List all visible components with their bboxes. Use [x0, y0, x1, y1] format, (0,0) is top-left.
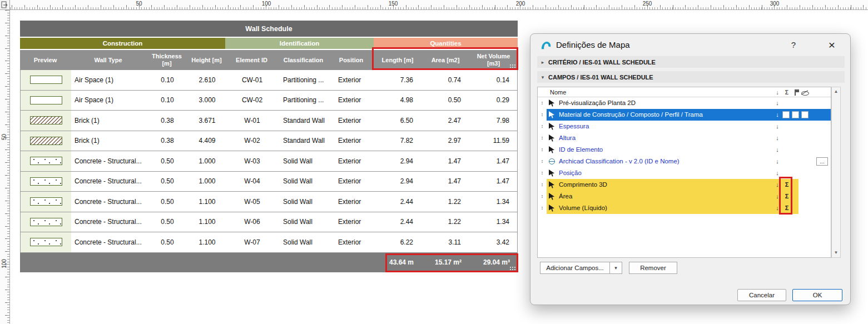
- classification-cell[interactable]: Solid Wall: [279, 212, 329, 232]
- ok-button[interactable]: OK: [792, 289, 842, 301]
- volume-cell[interactable]: 7.98: [470, 111, 518, 131]
- volume-cell[interactable]: 1.34: [470, 212, 518, 232]
- thickness-cell[interactable]: 0.38: [146, 111, 189, 131]
- preview-cell[interactable]: [21, 91, 71, 111]
- wall-type-cell[interactable]: Concrete - Structural...: [71, 172, 146, 192]
- classification-cell[interactable]: Solid Wall: [279, 172, 329, 192]
- sort-arrow-icon[interactable]: ↓: [773, 156, 781, 167]
- position-cell[interactable]: Exterior: [329, 91, 374, 111]
- sort-arrow-icon[interactable]: ↓: [773, 121, 781, 132]
- area-cell[interactable]: 3.11: [422, 232, 470, 252]
- col-header-element-id[interactable]: Element ID: [225, 50, 278, 70]
- length-cell[interactable]: 4.98: [374, 91, 422, 111]
- drag-handle-icon[interactable]: ↕: [538, 97, 547, 109]
- height-cell[interactable]: 1.100: [189, 212, 226, 232]
- element-id-cell[interactable]: W-01: [226, 111, 279, 131]
- preview-cell[interactable]: [21, 212, 71, 232]
- scrollbar[interactable]: ▲ ▼: [831, 87, 841, 258]
- preview-cell[interactable]: [21, 70, 71, 90]
- col-header-position[interactable]: Position: [329, 50, 374, 70]
- field-list-item[interactable]: ↕ Archicad Classification - v 2.0 (ID e …: [538, 156, 831, 167]
- length-cell[interactable]: 7.82: [374, 131, 422, 151]
- element-id-cell[interactable]: CW-01: [226, 70, 279, 90]
- height-cell[interactable]: 1.100: [189, 232, 226, 252]
- area-cell[interactable]: 0.50: [422, 91, 470, 111]
- drag-handle-icon[interactable]: ↕: [538, 202, 547, 214]
- sort-arrow-icon[interactable]: ↓: [773, 109, 781, 121]
- col-header-preview[interactable]: Preview: [20, 50, 71, 70]
- wall-type-cell[interactable]: Concrete - Structural...: [71, 232, 146, 252]
- area-cell[interactable]: 1.47: [422, 172, 470, 192]
- volume-cell[interactable]: 3.42: [470, 232, 518, 252]
- field-list-item[interactable]: ↕ Material de Construção / Composto / Pe…: [538, 109, 831, 121]
- height-cell[interactable]: 4.409: [189, 131, 226, 151]
- sum-sigma-icon[interactable]: Σ: [783, 87, 791, 97]
- area-cell[interactable]: 2.97: [422, 131, 470, 151]
- volume-cell[interactable]: 11.59: [470, 131, 518, 151]
- cancel-button[interactable]: Cancelar: [737, 289, 786, 301]
- position-cell[interactable]: Exterior: [329, 232, 374, 252]
- thickness-cell[interactable]: 0.10: [146, 91, 189, 111]
- height-cell[interactable]: 3.671: [189, 111, 226, 131]
- drag-handle-icon[interactable]: ↕: [538, 179, 547, 191]
- classification-cell[interactable]: Solid Wall: [279, 192, 329, 212]
- position-cell[interactable]: Exterior: [329, 131, 374, 151]
- thickness-cell[interactable]: 0.10: [146, 70, 189, 90]
- volume-cell[interactable]: 0.29: [470, 91, 518, 111]
- drag-handle-icon[interactable]: ↕: [538, 156, 547, 167]
- position-cell[interactable]: Exterior: [329, 111, 374, 131]
- close-icon[interactable]: ×: [824, 37, 840, 53]
- drag-handle-icon[interactable]: ↕: [538, 167, 547, 179]
- preview-cell[interactable]: [21, 111, 71, 131]
- wall-type-cell[interactable]: Brick (1): [71, 131, 146, 151]
- classification-cell[interactable]: Solid Wall: [279, 151, 329, 171]
- thickness-cell[interactable]: 0.38: [146, 131, 189, 151]
- position-cell[interactable]: Exterior: [329, 172, 374, 192]
- height-cell[interactable]: 2.610: [189, 70, 226, 90]
- classification-cell[interactable]: Partitioning ...: [279, 91, 329, 111]
- col-header-height[interactable]: Height [m]: [188, 50, 225, 70]
- remove-button[interactable]: Remover: [629, 262, 677, 274]
- help-button[interactable]: ?: [787, 39, 800, 51]
- element-id-cell[interactable]: CW-02: [226, 91, 279, 111]
- classification-cell[interactable]: Partitioning ...: [279, 70, 329, 90]
- add-fields-dropdown-icon[interactable]: ▾: [609, 262, 622, 274]
- position-cell[interactable]: Exterior: [329, 151, 374, 171]
- element-id-cell[interactable]: W-06: [226, 212, 279, 232]
- area-cell[interactable]: 2.47: [422, 111, 470, 131]
- sort-arrow-icon[interactable]: ↓: [773, 144, 781, 156]
- wall-type-cell[interactable]: Concrete - Structural...: [71, 212, 146, 232]
- ruler-origin-button[interactable]: [0, 0, 10, 10]
- drag-handle-icon[interactable]: ↕: [538, 109, 547, 121]
- col-header-thickness[interactable]: Thickness [m]: [146, 50, 188, 70]
- eye-slash-icon[interactable]: [801, 87, 809, 97]
- height-cell[interactable]: 3.000: [189, 91, 226, 111]
- field-list-item[interactable]: ↕ Pré-visualização Planta 2D ↓: [538, 97, 831, 109]
- length-cell[interactable]: 6.50: [374, 111, 422, 131]
- preview-cell[interactable]: [21, 172, 71, 192]
- volume-cell[interactable]: 0.14: [470, 70, 518, 90]
- classification-cell[interactable]: Standard Wall: [279, 111, 329, 131]
- length-cell[interactable]: 2.44: [374, 212, 422, 232]
- area-cell[interactable]: 1.47: [422, 151, 470, 171]
- area-cell[interactable]: 1.22: [422, 212, 470, 232]
- preview-cell[interactable]: [21, 232, 71, 252]
- thickness-cell[interactable]: 0.50: [146, 172, 189, 192]
- length-cell[interactable]: 6.22: [374, 232, 422, 252]
- wall-type-cell[interactable]: Concrete - Structural...: [71, 192, 146, 212]
- field-list-item[interactable]: ↕ Espessura ↓: [538, 121, 831, 132]
- scroll-down-icon[interactable]: ▼: [832, 248, 840, 257]
- more-options-button[interactable]: ...: [816, 157, 828, 166]
- section-fields[interactable]: ▾ CAMPOS / IES-01 WALL SCHEDULE: [537, 71, 845, 83]
- element-id-cell[interactable]: W-04: [226, 172, 279, 192]
- position-cell[interactable]: Exterior: [329, 212, 374, 232]
- field-list-item[interactable]: ↕ ID de Elemento ↓: [538, 144, 831, 156]
- field-list-item[interactable]: ↕ Altura ↓: [538, 132, 831, 144]
- element-id-cell[interactable]: W-05: [226, 192, 279, 212]
- wall-type-cell[interactable]: Concrete - Structural...: [71, 151, 146, 171]
- scroll-up-icon[interactable]: ▲: [832, 87, 840, 96]
- classification-cell[interactable]: Standard Wall: [279, 131, 329, 151]
- position-cell[interactable]: Exterior: [329, 70, 374, 90]
- wall-type-cell[interactable]: Brick (1): [71, 111, 146, 131]
- position-cell[interactable]: Exterior: [329, 192, 374, 212]
